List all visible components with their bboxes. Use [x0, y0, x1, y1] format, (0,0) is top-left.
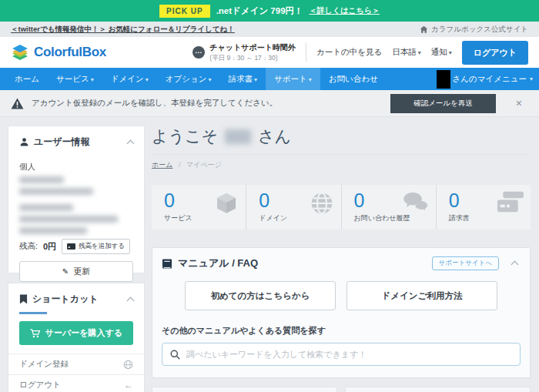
update-button[interactable]: ✎ 更新: [19, 261, 133, 282]
stats-row: 0 サービス 0 ドメイン 0: [152, 185, 531, 230]
official-site-link[interactable]: カラフルボックス公式サイト: [420, 25, 528, 35]
shortcuts-header[interactable]: ショートカット: [19, 293, 133, 306]
bookmark-icon: [19, 294, 28, 304]
shortcuts-title: ショートカット: [32, 293, 99, 306]
balance-label: 残高:: [19, 241, 38, 252]
globe-icon: [123, 360, 133, 370]
nav-item-invoices[interactable]: 請求書▾: [220, 68, 266, 90]
welcome-prefix: ようこそ: [152, 126, 218, 147]
nav-item-contact[interactable]: お問い合わせ: [320, 68, 387, 90]
balance-row: 残高: 0円 残高を追加する: [19, 239, 133, 254]
domain-usage-button[interactable]: ドメインご利用方法: [346, 281, 497, 310]
notifications-dropdown[interactable]: 通知▾: [431, 47, 452, 58]
page: PICK UP .netドメイン 799円！ ＜詳しくはこちら＞ ＜twitte…: [0, 0, 539, 392]
colorfulbox-logo-icon: [11, 43, 29, 62]
nav-item-options[interactable]: オプション▾: [157, 68, 220, 90]
redacted-user-info: [19, 173, 133, 239]
stat-support-history[interactable]: 0 お問い合わせ履歴: [342, 185, 437, 230]
stat-invoices[interactable]: 0 請求書: [437, 185, 531, 230]
support-site-badge[interactable]: サポートサイトへ: [432, 256, 499, 270]
first-time-button[interactable]: 初めての方はこちらから: [185, 281, 336, 310]
cart-icon: [30, 329, 40, 338]
header: ColorfulBox ••• チャットサポート時間外 (平日 9：30 ～ 1…: [0, 37, 539, 68]
logout-button[interactable]: ログアウト: [462, 41, 528, 65]
caret-down-icon: ▾: [309, 76, 312, 83]
user-info-header[interactable]: ユーザー情報: [19, 136, 133, 149]
globe-icon: [310, 191, 334, 216]
caret-down-icon: ▾: [418, 49, 421, 56]
user-icon: [19, 137, 29, 147]
bottom-cards: [152, 387, 531, 392]
credit-card-icon: [67, 243, 75, 250]
add-balance-button[interactable]: 残高を追加する: [62, 239, 130, 254]
stat-services[interactable]: 0 サービス: [152, 185, 246, 230]
sidebar: ユーザー情報 個人 残高: 0円 残高を追加: [8, 126, 145, 392]
caret-down-icon: ▾: [530, 75, 533, 82]
chat-hours-text: (平日 9：30 ～ 17：30): [209, 54, 296, 63]
search-icon: [170, 350, 180, 360]
close-icon[interactable]: ×: [516, 98, 522, 109]
caret-down-icon: ▾: [91, 76, 94, 83]
user-info-card: ユーザー情報 個人 残高: 0円 残高を追加: [8, 126, 145, 273]
page-title: ようこそ さん: [152, 126, 531, 155]
faq-title: マニュアル / FAQ: [178, 256, 258, 270]
caret-down-icon: ▾: [449, 49, 452, 56]
section-underline: [19, 312, 47, 314]
welcome-suffix: さん: [258, 126, 291, 147]
caret-down-icon: ▾: [209, 76, 212, 83]
my-menu-dropdown[interactable]: さんのマイメニュー ▾: [437, 70, 533, 89]
chat-status-text: チャットサポート時間外: [209, 42, 296, 53]
faq-buttons: 初めての方はこちらから ドメインご利用方法: [162, 281, 521, 310]
official-site-label: カラフルボックス公式サイト: [431, 25, 528, 35]
cart-link[interactable]: カートの中を見る: [316, 47, 382, 58]
main-content: ようこそ さん ホーム / マイページ 0 サービス 0 ドメイン: [152, 126, 531, 392]
manual-faq-panel: マニュアル / FAQ サポートサイトへ 初めての方はこちらから ドメインご利用…: [152, 247, 531, 378]
warning-icon: [11, 98, 24, 109]
breadcrumb-separator: /: [179, 161, 181, 169]
language-dropdown[interactable]: 日本語▾: [392, 47, 421, 58]
shortcut-list: ドメイン登録 ログアウト ←: [8, 353, 144, 392]
stat-domains[interactable]: 0 ドメイン: [246, 185, 341, 230]
resend-email-button[interactable]: 確認メールを再送: [390, 94, 496, 113]
user-info-title: ユーザー情報: [34, 136, 90, 149]
logo-text: ColorfulBox: [34, 45, 106, 60]
header-divider: [306, 43, 306, 62]
faq-search-input[interactable]: [186, 350, 512, 359]
redacted-username: [437, 70, 450, 89]
caret-down-icon: ▾: [254, 76, 257, 83]
shortcut-item-logout[interactable]: ログアウト ←: [8, 374, 144, 392]
account-type: 個人: [19, 162, 133, 173]
nav-item-services[interactable]: サービス▾: [48, 68, 102, 90]
nav-item-home[interactable]: ホーム: [6, 68, 48, 90]
main-nav: ホーム サービス▾ ドメイン▾ オプション▾ 請求書▾ サポート▾ お問い合わせ…: [0, 68, 539, 90]
twitter-link[interactable]: ＜twitterでも情報発信中！＞ お気軽にフォロー＆リプライしてね！: [11, 25, 235, 35]
chevron-up-icon[interactable]: [127, 297, 135, 304]
faq-search-label: その他のマニュアルやよくある質問を探す: [162, 325, 521, 337]
chevron-up-icon[interactable]: [511, 261, 519, 269]
shortcuts-card: ショートカット サーバーを購入する ドメイン登録: [8, 283, 145, 392]
verification-alert: アカウント仮登録のメールを確認し、本登録を完了してください。 確認メールを再送 …: [0, 90, 539, 117]
caret-down-icon: ▾: [146, 76, 149, 83]
book-icon: [162, 259, 172, 269]
partial-card: [345, 387, 531, 392]
promo-detail-link[interactable]: ＜詳しくはこちら＞: [310, 5, 380, 16]
buy-server-button[interactable]: サーバーを購入する: [19, 321, 133, 345]
home-icon: [420, 25, 428, 34]
chat-bubbles-icon: [403, 191, 429, 214]
stat-label: お問い合わせ履歴: [354, 213, 428, 223]
chat-support-status[interactable]: ••• チャットサポート時間外 (平日 9：30 ～ 17：30): [192, 42, 296, 63]
chevron-up-icon[interactable]: [127, 139, 135, 147]
chat-bubble-icon: •••: [192, 46, 205, 59]
shortcut-item-domain-register[interactable]: ドメイン登録: [8, 353, 144, 374]
logo[interactable]: ColorfulBox: [11, 43, 106, 62]
nav-item-support[interactable]: サポート▾: [266, 68, 320, 90]
info-bar: ＜twitterでも情報発信中！＞ お気軽にフォロー＆リプライしてね！ カラフル…: [0, 22, 539, 37]
credit-card-icon: [497, 191, 524, 213]
breadcrumb-home[interactable]: ホーム: [152, 161, 172, 169]
balance-value: 0円: [43, 241, 56, 253]
promo-bar: PICK UP .netドメイン 799円！ ＜詳しくはこちら＞: [0, 0, 539, 22]
nav-item-domains[interactable]: ドメイン▾: [102, 68, 157, 90]
promo-text: .netドメイン 799円！: [216, 5, 303, 17]
breadcrumb-current: マイページ: [186, 161, 222, 169]
redacted-name: [225, 129, 251, 144]
